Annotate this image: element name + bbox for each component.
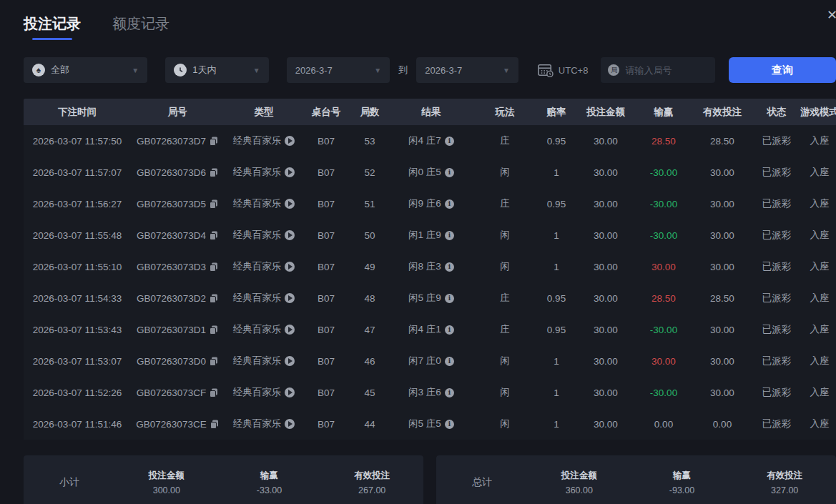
copy-icon[interactable]	[210, 231, 218, 240]
info-icon[interactable]: i	[445, 420, 454, 429]
play-icon[interactable]	[285, 199, 295, 209]
round-id: GB07263073D1	[131, 325, 224, 335]
copy-icon[interactable]	[210, 388, 218, 397]
table-row[interactable]: 2026-03-07 11:57:50 GB07263073D7 经典百家乐 B…	[24, 125, 836, 157]
win-loss: 30.00	[637, 262, 690, 272]
result: 闲4 庄1 i	[391, 323, 471, 336]
odds: 1	[539, 230, 574, 241]
info-icon[interactable]: i	[445, 168, 454, 177]
table-header-cell: 游戏模式	[799, 106, 836, 119]
valid-bet: 28.50	[690, 136, 754, 147]
table-header-cell: 类型	[224, 106, 304, 119]
table-row[interactable]: 2026-03-07 11:55:10 GB07263073D3 经典百家乐 B…	[24, 251, 836, 282]
date-from-picker[interactable]: 2026-3-7 ▼	[287, 57, 390, 83]
info-icon[interactable]: i	[445, 294, 454, 303]
play-icon[interactable]	[285, 387, 295, 397]
date-to-picker[interactable]: 2026-3-7 ▼	[416, 57, 518, 83]
win-loss: 30.00	[637, 356, 690, 367]
table-number: B07	[304, 387, 348, 398]
play-icon[interactable]	[285, 325, 295, 335]
table-row[interactable]: 2026-03-07 11:53:43 GB07263073D1 经典百家乐 B…	[24, 314, 836, 345]
table-row[interactable]: 2026-03-07 11:56:27 GB07263073D5 经典百家乐 B…	[24, 188, 836, 219]
game-mode: 入座	[799, 260, 836, 273]
result: 闲8 庄3 i	[391, 260, 471, 273]
table-row[interactable]: 2026-03-07 11:55:48 GB07263073D4 经典百家乐 B…	[24, 219, 836, 251]
table-header-cell: 下注时间	[24, 106, 131, 119]
chevron-down-icon: ▼	[253, 66, 260, 74]
copy-icon[interactable]	[210, 294, 218, 303]
play-type: 庄	[471, 134, 539, 147]
total-label: 总计	[436, 476, 528, 489]
round-id: GB07263073D7	[131, 136, 224, 147]
play-icon[interactable]	[285, 356, 295, 366]
round-number-input[interactable]	[625, 65, 704, 76]
total-valid-value: 327.00	[733, 485, 836, 495]
table-header-cell: 局数	[348, 106, 391, 119]
round-count: 52	[348, 167, 391, 178]
info-icon[interactable]: i	[445, 388, 454, 397]
result: 闲4 庄7 i	[391, 134, 471, 147]
status-badge: 已派彩	[754, 417, 799, 430]
copy-icon[interactable]	[210, 325, 218, 335]
result: 闲7 庄0 i	[391, 355, 471, 367]
round-id: GB07263073D5	[131, 199, 224, 209]
play-icon[interactable]	[285, 167, 295, 177]
copy-icon[interactable]	[210, 420, 219, 429]
table-row[interactable]: 2026-03-07 11:51:46 GB07263073CE 经典百家乐 B…	[24, 408, 836, 440]
copy-icon[interactable]	[210, 262, 218, 272]
play-icon[interactable]	[285, 419, 295, 429]
total-bet-label: 投注金额	[528, 470, 631, 482]
table-header-cell: 有效投注	[690, 106, 754, 119]
table-row[interactable]: 2026-03-07 11:53:07 GB07263073D0 经典百家乐 B…	[24, 345, 836, 377]
odds: 0.95	[539, 293, 574, 304]
game-type: 经典百家乐	[224, 417, 304, 430]
info-icon[interactable]: i	[445, 231, 454, 240]
copy-icon[interactable]	[210, 357, 218, 366]
info-icon[interactable]: i	[445, 357, 454, 366]
copy-icon[interactable]	[210, 137, 218, 146]
chevron-down-icon: ▼	[374, 66, 381, 74]
table-row[interactable]: 2026-03-07 11:52:26 GB07263073CF 经典百家乐 B…	[24, 377, 836, 408]
play-icon[interactable]	[285, 262, 295, 272]
odds: 1	[539, 167, 574, 178]
bet-time: 2026-03-07 11:57:50	[24, 136, 131, 147]
to-label: 到	[398, 64, 408, 76]
game-type: 经典百家乐	[224, 292, 304, 305]
search-button[interactable]: 查询	[729, 57, 836, 83]
table-row[interactable]: 2026-03-07 11:54:33 GB07263073D2 经典百家乐 B…	[24, 282, 836, 314]
play-type: 闲	[471, 229, 539, 242]
round-count: 53	[348, 136, 391, 147]
table-row[interactable]: 2026-03-07 11:57:07 GB07263073D6 经典百家乐 B…	[24, 157, 836, 188]
total-valid-label: 有效投注	[733, 470, 836, 482]
play-type: 闲	[471, 417, 539, 430]
date-to-value: 2026-3-7	[425, 65, 462, 76]
bet-amount: 30.00	[574, 199, 637, 209]
play-type: 闲	[471, 355, 539, 367]
table-header-cell: 玩法	[471, 106, 539, 119]
play-icon[interactable]	[285, 136, 295, 146]
play-icon[interactable]	[285, 230, 295, 240]
info-icon[interactable]: i	[445, 262, 454, 272]
subtotal-valid-label: 有效投注	[320, 470, 423, 482]
game-mode: 入座	[799, 197, 836, 210]
info-icon[interactable]: i	[445, 325, 454, 335]
game-type-dropdown[interactable]: ♠ 全部 ▼	[24, 57, 147, 83]
time-range-dropdown[interactable]: 1天内 ▼	[165, 57, 269, 83]
copy-icon[interactable]	[210, 168, 218, 177]
table-header-cell: 结果	[391, 106, 471, 119]
win-loss: 28.50	[637, 293, 690, 304]
table-header-cell: 桌台号	[304, 106, 348, 119]
round-number-field[interactable]: 局	[601, 57, 715, 83]
tab-quota-records[interactable]: 额度记录	[112, 14, 169, 40]
date-from-value: 2026-3-7	[295, 65, 333, 76]
copy-icon[interactable]	[210, 199, 218, 209]
valid-bet: 30.00	[690, 387, 754, 398]
round-count: 45	[348, 387, 391, 398]
tab-betting-records[interactable]: 投注记录	[24, 14, 81, 40]
time-range-value: 1天内	[192, 64, 216, 76]
info-icon[interactable]: i	[445, 137, 454, 146]
bet-time: 2026-03-07 11:53:07	[24, 356, 131, 367]
bet-amount: 30.00	[574, 167, 637, 178]
info-icon[interactable]: i	[445, 199, 454, 209]
play-icon[interactable]	[285, 293, 295, 303]
